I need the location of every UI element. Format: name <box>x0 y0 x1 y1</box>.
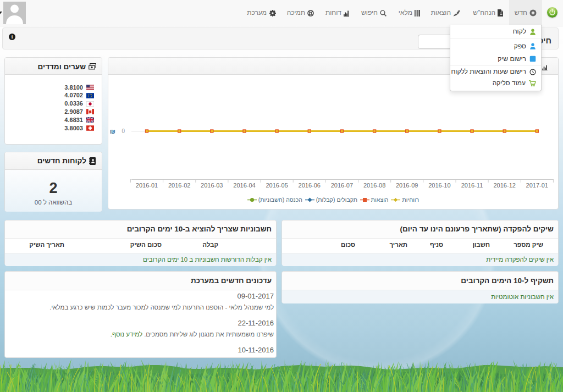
svg-text:0: 0 <box>122 128 125 134</box>
svg-text:2016-10: 2016-10 <box>428 182 450 189</box>
svg-text:2016-08: 2016-08 <box>363 182 385 189</box>
svg-text:2016-07: 2016-07 <box>331 182 353 189</box>
svg-text:2016-01: 2016-01 <box>136 182 158 189</box>
svg-text:2016-11: 2016-11 <box>461 182 483 189</box>
svg-text:2016-05: 2016-05 <box>266 182 288 189</box>
svg-text:₪: ₪ <box>110 128 115 135</box>
svg-text:2016-12: 2016-12 <box>494 182 516 189</box>
svg-text:2017-01: 2017-01 <box>526 182 548 189</box>
svg-text:2016-02: 2016-02 <box>168 182 190 189</box>
svg-text:2016-09: 2016-09 <box>396 182 418 189</box>
svg-text:2016-06: 2016-06 <box>299 182 321 189</box>
svg-text:2016-03: 2016-03 <box>201 182 223 189</box>
svg-text:2016-04: 2016-04 <box>233 182 255 189</box>
